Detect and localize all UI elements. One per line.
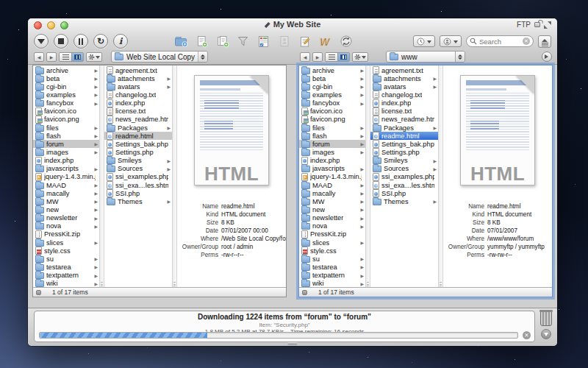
file-row[interactable]: changelog.txt	[370, 91, 438, 99]
file-row[interactable]: Themes▶	[370, 197, 438, 205]
file-row[interactable]: macally▶	[299, 189, 365, 197]
file-row[interactable]: flash▶	[299, 132, 365, 140]
file-row[interactable]: new▶	[33, 205, 99, 213]
file-row[interactable]: archive▶	[299, 66, 365, 74]
file-row[interactable]: archive▶	[33, 66, 99, 74]
file-row[interactable]: ssi_exa…les.shtml	[370, 181, 438, 189]
preset-menu-button[interactable]	[440, 35, 462, 47]
cancel-transfer-button[interactable]: ✕	[523, 331, 531, 339]
new-folder-button[interactable]	[174, 35, 188, 48]
location-stepper[interactable]	[198, 52, 207, 62]
local-location-select[interactable]: Web Site Local Copy	[111, 51, 208, 63]
history-menu-button[interactable]	[413, 35, 435, 47]
clear-search-icon[interactable]: ✕	[523, 38, 530, 45]
file-row[interactable]: testarea▶	[299, 263, 365, 271]
file-row[interactable]: ssi_examples.php	[370, 173, 438, 181]
file-row[interactable]: news_readme.html	[370, 116, 438, 124]
back-button[interactable]: ◀	[300, 52, 310, 62]
file-row[interactable]: favicon.png	[299, 116, 365, 124]
file-row[interactable]: wiki▶	[299, 280, 365, 287]
file-row[interactable]: newsletter▶	[299, 214, 365, 222]
app-button[interactable]: W	[318, 35, 332, 48]
file-row[interactable]: index.php	[370, 99, 438, 107]
file-row[interactable]: Settings.php	[104, 148, 172, 156]
reveal-queue-button[interactable]	[541, 329, 551, 339]
file-row[interactable]: Sources▶	[104, 165, 172, 173]
title-bar[interactable]: My Web Site FTP	[28, 18, 557, 32]
file-row[interactable]: agreement.txt	[104, 66, 172, 74]
file-row[interactable]: jquery-1.4.3.min.js	[33, 173, 99, 181]
column-scrollbar[interactable]	[438, 66, 443, 287]
file-row[interactable]: MAAD▶	[299, 181, 365, 189]
file-row[interactable]: javascripts▶	[299, 165, 365, 173]
file-row[interactable]: readme.html	[104, 132, 172, 140]
file-row[interactable]: textpattern▶	[299, 272, 365, 280]
forward-button[interactable]: ▶	[312, 52, 323, 62]
file-row[interactable]: su▶	[33, 255, 99, 263]
file-row[interactable]: ssi_examples.php	[104, 173, 172, 181]
file-row[interactable]: textpattern▶	[33, 272, 99, 280]
trash-icon[interactable]	[540, 311, 552, 326]
file-row[interactable]: readme.html	[370, 132, 438, 140]
file-row[interactable]: forum▶	[299, 140, 365, 148]
transfer-queue-item[interactable]: Downloading 1224 items from “forum” to “…	[34, 311, 535, 342]
file-row[interactable]: fancybox▶	[299, 99, 365, 107]
file-row[interactable]: attachments▶	[370, 74, 438, 82]
back-button[interactable]: ◀	[34, 52, 44, 62]
action-menu-button[interactable]	[86, 52, 102, 62]
list-view-button[interactable]	[326, 53, 337, 61]
file-row[interactable]: images▶	[299, 148, 365, 156]
tasks-button[interactable]	[257, 35, 270, 48]
file-row[interactable]: wiki▶	[33, 280, 99, 287]
new-file-button[interactable]	[195, 35, 209, 48]
file-row[interactable]: Settings_bak.php	[370, 140, 438, 148]
file-row[interactable]: testarea▶	[33, 263, 99, 271]
file-row[interactable]: nova▶	[33, 222, 99, 230]
file-row[interactable]: MW▶	[299, 197, 365, 205]
file-row[interactable]: SSI.php	[370, 189, 438, 197]
permissions-button[interactable]	[277, 35, 291, 48]
file-row[interactable]: SSI.php	[104, 189, 172, 197]
search-field[interactable]: ✕	[466, 35, 534, 47]
file-row[interactable]: changelog.txt	[104, 91, 172, 99]
file-row[interactable]: forum▶	[33, 140, 99, 148]
file-row[interactable]: Settings_bak.php	[104, 140, 172, 148]
file-row[interactable]: Sources▶	[370, 165, 438, 173]
column-view-button[interactable]	[337, 53, 349, 61]
file-row[interactable]: index.php	[33, 157, 99, 165]
eject-button[interactable]	[538, 35, 551, 48]
column-view-button[interactable]	[71, 53, 83, 61]
file-row[interactable]: license.txt	[104, 107, 172, 116]
file-row[interactable]: slices▶	[299, 238, 365, 247]
file-row[interactable]: index.php	[104, 99, 172, 107]
location-stepper[interactable]	[455, 52, 465, 62]
sync-button[interactable]	[339, 35, 353, 48]
file-row[interactable]: favicon.png	[33, 116, 99, 124]
action-menu-button[interactable]	[352, 52, 368, 62]
file-row[interactable]: agreement.txt	[370, 66, 438, 74]
panel-resize-grip[interactable]	[287, 342, 298, 345]
file-row[interactable]: examples▶	[33, 91, 99, 99]
file-row[interactable]: MAAD▶	[33, 181, 99, 189]
file-row[interactable]: beta▶	[33, 74, 99, 82]
file-row[interactable]: news_readme.html	[104, 116, 172, 124]
file-row[interactable]: su▶	[299, 255, 365, 263]
file-row[interactable]: MW▶	[33, 197, 99, 205]
file-row[interactable]: files▶	[33, 124, 99, 132]
file-row[interactable]: slices▶	[33, 238, 99, 247]
file-row[interactable]: cgi-bin▶	[299, 82, 365, 91]
file-row[interactable]: jquery-1.4.3.min.js	[299, 173, 365, 181]
edit-log-button[interactable]	[298, 35, 312, 48]
filter-button[interactable]	[236, 35, 250, 48]
file-row[interactable]: ssi_exa…les.shtml	[104, 181, 172, 189]
column-scrollbar[interactable]	[99, 66, 104, 287]
file-row[interactable]: avatars▶	[104, 82, 172, 91]
file-row[interactable]: cgi-bin▶	[33, 82, 99, 91]
file-row[interactable]: macally▶	[33, 189, 99, 197]
file-row[interactable]: nova▶	[299, 222, 365, 230]
file-row[interactable]: javascripts▶	[33, 165, 99, 173]
column-scrollbar[interactable]	[172, 66, 177, 287]
file-row[interactable]: index.php	[299, 157, 365, 165]
file-row[interactable]: flash▶	[33, 132, 99, 140]
pause-button[interactable]	[74, 34, 88, 49]
